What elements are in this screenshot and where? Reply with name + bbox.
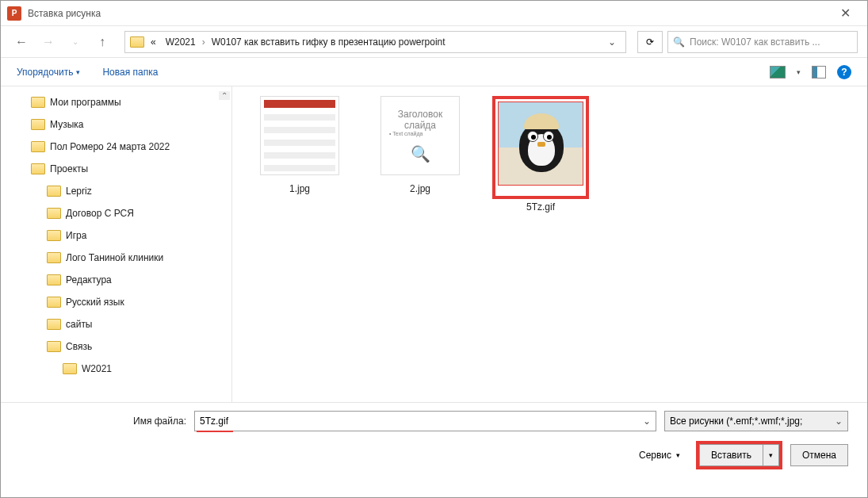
- tree-item-label: сайты: [66, 319, 93, 330]
- tree-item-label: Лого Таниной клиники: [66, 252, 163, 263]
- tree-item[interactable]: Связь: [1, 335, 231, 358]
- tree-item[interactable]: Музыка: [1, 113, 231, 136]
- preview-pane-icon[interactable]: [812, 66, 826, 79]
- file-name: 2.jpg: [369, 183, 472, 194]
- tree-item[interactable]: сайты: [1, 313, 231, 335]
- folder-icon: [31, 97, 45, 108]
- insert-dropdown-button[interactable]: ▾: [763, 444, 779, 466]
- tree-item[interactable]: Лого Таниной клиники: [1, 247, 231, 269]
- folder-icon: [47, 230, 61, 241]
- file-item-selected[interactable]: 5Tz.gif: [489, 96, 592, 213]
- chevron-down-icon: ▾: [676, 451, 680, 459]
- folder-icon: [47, 341, 61, 352]
- close-icon[interactable]: ✕: [829, 1, 861, 26]
- breadcrumb-part[interactable]: W2021: [163, 36, 199, 48]
- folder-icon: [31, 141, 45, 152]
- tree-item-label: Музыка: [50, 119, 83, 130]
- breadcrumb-prefix: «: [147, 36, 159, 48]
- file-name: 5Tz.gif: [489, 201, 592, 213]
- tree-item-label: Проекты: [50, 163, 88, 174]
- tree-item-label: Мои программы: [50, 97, 121, 108]
- tree-item-label: Игра: [66, 230, 86, 241]
- folder-icon: [47, 252, 61, 263]
- tree-item[interactable]: W2021: [1, 358, 231, 380]
- file-item[interactable]: 1.jpg: [248, 96, 351, 194]
- tree-item[interactable]: Договор С РСЯ: [1, 202, 231, 224]
- tree-item-label: W2021: [82, 363, 112, 374]
- folder-icon: [31, 163, 45, 174]
- tree-item[interactable]: Игра: [1, 224, 231, 247]
- highlight-underline: [197, 431, 233, 432]
- tree-item-label: Связь: [66, 341, 92, 352]
- main-area: ⌃ Мои программыМузыкаПол Ромеро 24 марта…: [1, 86, 867, 402]
- filename-label: Имя файла:: [20, 416, 186, 427]
- tree-item-label: Русский язык: [66, 297, 124, 308]
- folder-icon: [47, 274, 61, 285]
- chevron-down-icon[interactable]: ⌄: [835, 416, 843, 427]
- window-title: Вставка рисунка: [28, 8, 829, 19]
- footer: Имя файла: 5Tz.gif ⌄ Все рисунки (*.emf;…: [1, 402, 867, 492]
- folder-icon: [47, 186, 61, 197]
- recent-dropdown-icon[interactable]: ⌄: [64, 31, 86, 53]
- breadcrumb[interactable]: « W2021 › W0107 как вставить гифку в пре…: [124, 31, 626, 53]
- file-thumbnail: Заголовок слайда • Text слайда 🔍: [380, 96, 460, 175]
- search-placeholder: Поиск: W0107 как вставить ...: [690, 36, 852, 48]
- chevron-down-icon[interactable]: ⌄: [603, 36, 621, 48]
- folder-icon: [47, 319, 61, 330]
- folder-icon: [130, 36, 144, 48]
- file-list[interactable]: 1.jpg Заголовок слайда • Text слайда 🔍 2…: [232, 86, 867, 402]
- nav-bar: ← → ⌄ ↑ « W2021 › W0107 как вставить гиф…: [1, 26, 867, 58]
- file-name: 1.jpg: [248, 183, 351, 194]
- toolbar: Упорядочить▾ Новая папка ▾ ?: [1, 58, 867, 86]
- up-icon[interactable]: ↑: [91, 31, 113, 53]
- tree-item[interactable]: Пол Ромеро 24 марта 2022: [1, 136, 231, 158]
- organize-button[interactable]: Упорядочить▾: [17, 67, 80, 78]
- folder-icon: [47, 297, 61, 308]
- magnifier-icon: 🔍: [411, 144, 430, 163]
- refresh-icon[interactable]: ⟳: [637, 31, 663, 53]
- tools-button[interactable]: Сервис ▾: [631, 444, 688, 466]
- file-thumbnail: [498, 102, 583, 186]
- insert-button-highlight: Вставить ▾: [696, 441, 782, 469]
- app-icon: P: [7, 6, 21, 21]
- folder-icon: [47, 208, 61, 219]
- insert-button[interactable]: Вставить: [699, 444, 763, 466]
- search-icon: 🔍: [673, 36, 685, 48]
- breadcrumb-part[interactable]: W0107 как вставить гифку в презентацию p…: [208, 36, 449, 48]
- folder-icon: [31, 119, 45, 130]
- tree-item[interactable]: Редактура: [1, 269, 231, 291]
- file-type-filter[interactable]: Все рисунки (*.emf;*.wmf;*.jpg; ⌄: [664, 411, 848, 431]
- back-icon[interactable]: ←: [10, 31, 33, 53]
- tree-item-label: Lepriz: [66, 186, 92, 197]
- tree-item[interactable]: Проекты: [1, 158, 231, 180]
- tree-item[interactable]: Lepriz: [1, 180, 231, 202]
- tree-item-label: Редактура: [66, 274, 112, 285]
- chevron-down-icon: ▾: [769, 451, 773, 459]
- chevron-down-icon[interactable]: ▾: [797, 68, 801, 76]
- tree-item[interactable]: Мои программы: [1, 91, 231, 113]
- forward-icon[interactable]: →: [37, 31, 59, 53]
- tree-item-label: Пол Ромеро 24 марта 2022: [50, 141, 170, 152]
- tree-item-label: Договор С РСЯ: [66, 208, 134, 219]
- file-thumbnail: [260, 96, 339, 175]
- help-icon[interactable]: ?: [837, 65, 851, 79]
- chevron-down-icon[interactable]: ⌄: [643, 416, 651, 427]
- folder-tree[interactable]: ⌃ Мои программыМузыкаПол Ромеро 24 марта…: [1, 86, 232, 402]
- titlebar: P Вставка рисунка ✕: [1, 1, 867, 26]
- scroll-up-icon[interactable]: ⌃: [219, 91, 230, 100]
- tree-item[interactable]: Русский язык: [1, 291, 231, 313]
- file-item[interactable]: Заголовок слайда • Text слайда 🔍 2.jpg: [369, 96, 472, 194]
- folder-icon: [63, 363, 77, 374]
- chevron-right-icon: ›: [202, 36, 205, 48]
- filename-input[interactable]: 5Tz.gif ⌄: [194, 411, 656, 431]
- cancel-button[interactable]: Отмена: [790, 444, 848, 466]
- chevron-down-icon: ▾: [76, 68, 80, 76]
- view-mode-icon[interactable]: [770, 66, 786, 79]
- search-input[interactable]: 🔍 Поиск: W0107 как вставить ...: [667, 31, 858, 53]
- new-folder-button[interactable]: Новая папка: [102, 67, 158, 78]
